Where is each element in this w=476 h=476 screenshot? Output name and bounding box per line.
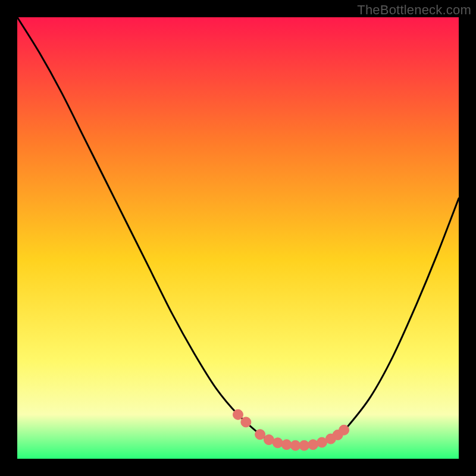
marker-dot: [255, 430, 265, 440]
marker-dot: [281, 440, 292, 450]
marker-dot: [273, 438, 283, 448]
chart-svg: [17, 17, 459, 459]
marker-dot: [241, 417, 251, 427]
gradient-background: [17, 17, 459, 459]
marker-dot: [308, 440, 318, 450]
marker-dot: [299, 440, 309, 450]
marker-dot: [339, 425, 349, 435]
marker-dot: [233, 409, 243, 419]
plot-area: [17, 17, 459, 459]
chart-stage: TheBottleneck.com: [0, 0, 476, 476]
watermark-text: TheBottleneck.com: [357, 2, 471, 18]
